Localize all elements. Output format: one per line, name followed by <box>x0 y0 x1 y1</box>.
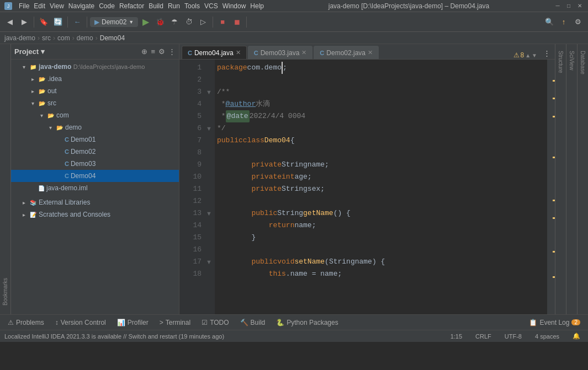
back-button[interactable]: ◀ <box>3 15 17 29</box>
menu-view[interactable]: View <box>50 2 64 10</box>
menu-file[interactable]: File <box>19 2 29 10</box>
tree-item-java-demo[interactable]: ▾ 📁 java-demo D:\IdeaProjects\java-demo <box>11 61 179 73</box>
status-message[interactable]: Localized IntelliJ IDEA 2021.3.3 is avai… <box>4 333 441 340</box>
menu-build[interactable]: Build <box>149 2 163 10</box>
nav-left-button[interactable]: ← <box>71 15 84 29</box>
tree-item-demo02[interactable]: C Demo02 <box>11 146 179 158</box>
run-button[interactable]: ▶ <box>139 15 152 29</box>
breadcrumb-sep4: › <box>96 34 98 42</box>
breadcrumb-item-com[interactable]: com <box>57 34 70 42</box>
tree-item-ext-libs[interactable]: ▸ 📚 External Libraries <box>11 196 179 208</box>
tree-item-demo03[interactable]: C Demo03 <box>11 158 179 170</box>
forward-button[interactable]: ▶ <box>18 15 31 29</box>
project-collapse-button[interactable]: ≡ <box>151 47 155 56</box>
sciview-strip[interactable]: SciView <box>566 44 577 314</box>
problems-icon: ⚠ <box>8 319 14 326</box>
structure-label[interactable]: Structure <box>557 46 565 78</box>
menu-code[interactable]: Code <box>99 2 115 10</box>
window-controls[interactable]: ─ □ ✕ <box>554 2 584 10</box>
tab-profiler[interactable]: 📊 Profiler <box>112 315 154 330</box>
stop2-button[interactable]: ◼ <box>230 15 243 29</box>
tree-item-src-label: src <box>47 99 56 107</box>
tab-event-log[interactable]: 📋 Event Log 2 <box>523 315 586 330</box>
menu-navigate[interactable]: Navigate <box>68 2 94 10</box>
more-run-button[interactable]: ▷ <box>197 15 210 29</box>
tree-item-demo04[interactable]: C Demo04 <box>11 170 179 182</box>
gutter-6-fold[interactable]: ▼ <box>206 122 215 135</box>
minimize-button[interactable]: ─ <box>554 2 561 10</box>
tab-demo03[interactable]: C Demo03.java ✕ <box>248 46 313 59</box>
tab-terminal[interactable]: > Terminal <box>154 315 196 330</box>
breadcrumb-item-root[interactable]: java-demo <box>4 34 35 42</box>
tree-item-demo[interactable]: ▾ 📂 demo <box>11 121 179 133</box>
editor-scrollbar[interactable] <box>547 60 555 314</box>
menu-tools[interactable]: Tools <box>184 2 200 10</box>
gutter-13-fold[interactable]: ▼ <box>206 207 215 219</box>
close-button[interactable]: ✕ <box>576 2 584 10</box>
structure-strip[interactable]: Structure <box>555 44 566 314</box>
menu-help[interactable]: Help <box>250 2 264 10</box>
menu-edit[interactable]: Edit <box>34 2 45 10</box>
tab-demo04[interactable]: C Demo04.java ✕ <box>182 46 247 59</box>
coverage-button[interactable]: ☂ <box>168 15 181 29</box>
code-area[interactable]: package com.demo; /** * @author 水滴 * @da… <box>215 60 547 314</box>
menu-run[interactable]: Run <box>168 2 180 10</box>
tab-version-control[interactable]: ↕ Version Control <box>50 315 112 330</box>
gutter-3-fold[interactable]: ▼ <box>206 86 215 98</box>
notifications-icon[interactable]: 🔔 <box>569 333 584 340</box>
expand-icon-ext: ▸ <box>20 200 28 206</box>
tree-item-com-label: com <box>56 111 69 119</box>
encoding[interactable]: UTF-8 <box>501 333 525 340</box>
breadcrumb-item-src[interactable]: src <box>42 34 51 42</box>
run-config-selector[interactable]: ▶ Demo02 ▼ <box>90 17 138 27</box>
profile-button[interactable]: ⏱ <box>182 15 195 29</box>
project-settings-button[interactable]: ⚙ <box>158 47 165 56</box>
line-separator[interactable]: CRLF <box>472 333 495 340</box>
marker-warn-2 <box>553 98 555 99</box>
tab-todo[interactable]: ☑ TODO <box>196 315 234 330</box>
maximize-button[interactable]: □ <box>565 2 573 10</box>
tab-demo02[interactable]: C Demo02.java ✕ <box>314 46 379 59</box>
database-label[interactable]: Database <box>579 46 587 79</box>
menu-refactor[interactable]: Refactor <box>119 2 144 10</box>
update-button[interactable]: ↑ <box>557 15 570 29</box>
menu-bar[interactable]: File Edit View Navigate Code Refactor Bu… <box>19 2 264 10</box>
debug-button[interactable]: 🐞 <box>153 15 167 29</box>
warning-chevron[interactable]: ▲ <box>525 52 531 58</box>
bookmarks-strip[interactable]: Bookmarks <box>0 44 11 314</box>
tree-item-out[interactable]: ▸ 📂 out <box>11 85 179 97</box>
menu-window[interactable]: Window <box>223 2 246 10</box>
run-config-dropdown[interactable]: ▼ <box>129 19 134 25</box>
breadcrumb-item-demo[interactable]: demo <box>77 34 93 42</box>
warning-chevron2[interactable]: ▼ <box>532 52 537 58</box>
stop-button[interactable]: ■ <box>216 15 229 29</box>
project-menu-button[interactable]: ⋮ <box>168 47 176 56</box>
tab-close-demo04[interactable]: ✕ <box>236 49 241 56</box>
database-strip[interactable]: Database <box>577 44 588 314</box>
tree-item-src[interactable]: ▾ 📂 src <box>11 97 179 109</box>
indent[interactable]: 4 spaces <box>532 333 563 340</box>
cursor-position[interactable]: 1:15 <box>447 333 465 340</box>
sync-button[interactable]: 🔄 <box>51 15 65 29</box>
tab-problems[interactable]: ⚠ Problems <box>2 315 50 330</box>
tab-python-packages[interactable]: 🐍 Python Packages <box>271 315 343 330</box>
search-button[interactable]: 🔍 <box>543 15 556 29</box>
tab-close-demo02[interactable]: ✕ <box>368 49 373 56</box>
settings-button[interactable]: ⚙ <box>571 15 585 29</box>
bookmarks-label[interactable]: Bookmarks <box>1 274 9 310</box>
project-add-button[interactable]: ⊕ <box>141 47 147 56</box>
tab-close-demo03[interactable]: ✕ <box>301 49 306 56</box>
tree-item-iml[interactable]: 📄 java-demo.iml <box>11 182 179 194</box>
sciview-label[interactable]: SciView <box>568 46 576 74</box>
tab-build[interactable]: 🔨 Build <box>235 315 271 330</box>
tab-menu-button[interactable]: ⋮ <box>541 47 553 59</box>
gutter-17-fold[interactable]: ▼ <box>206 256 215 268</box>
tree-item-idea[interactable]: ▸ 📂 .idea <box>11 73 179 85</box>
tree-item-scratches[interactable]: ▸ 📝 Scratches and Consoles <box>11 208 179 221</box>
tree-item-com[interactable]: ▾ 📂 com <box>11 109 179 121</box>
warning-indicator[interactable]: ⚠ 8 ▲ ▼ <box>513 51 541 59</box>
bookmark-button[interactable]: 🔖 <box>37 15 50 29</box>
menu-vcs[interactable]: VCS <box>204 2 218 10</box>
tree-item-demo01[interactable]: C Demo01 <box>11 133 179 146</box>
breadcrumb-item-demo04[interactable]: Demo04 <box>100 34 125 42</box>
